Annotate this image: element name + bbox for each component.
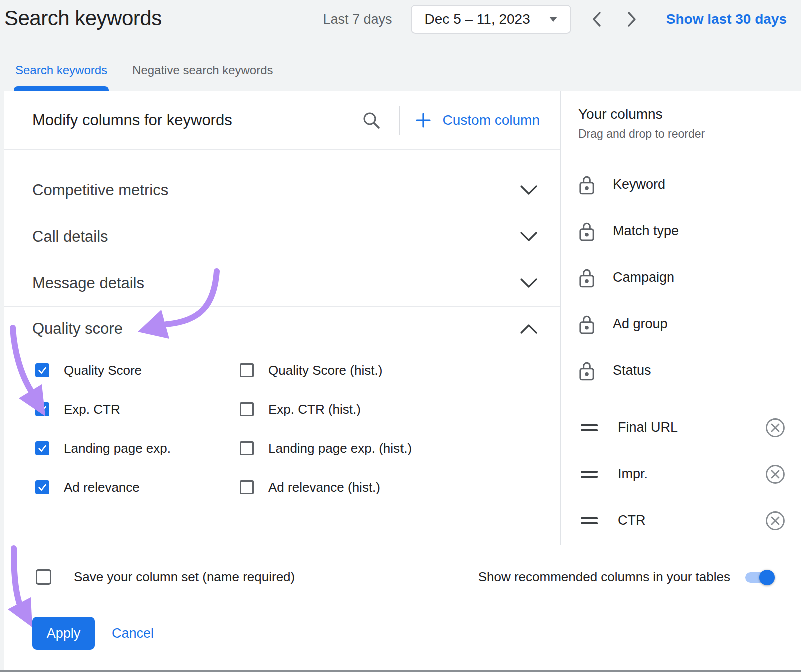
custom-column-button[interactable]: Custom column <box>415 112 540 128</box>
date-range-label: Last 7 days <box>323 12 392 27</box>
locked-column-campaign: Campaign <box>561 254 801 301</box>
tab-negative-search-keywords[interactable]: Negative search keywords <box>132 63 273 91</box>
search-button[interactable] <box>361 110 381 130</box>
caret-down-icon <box>549 17 557 22</box>
checkbox-exp-ctr[interactable] <box>35 402 49 416</box>
recommended-columns-row: Show recommended columns in your tables <box>478 569 773 585</box>
option-exp-ctr[interactable]: Exp. CTR <box>35 390 240 429</box>
check-icon <box>37 403 48 416</box>
option-landing-page-exp[interactable]: Landing page exp. <box>35 429 240 468</box>
draggable-columns-list: Final URL Impr. <box>561 404 801 544</box>
metric-sections: Competitive metrics Call details Message… <box>4 150 560 306</box>
checkbox-ad-relevance-hist[interactable] <box>240 480 254 494</box>
cancel-button[interactable]: Cancel <box>112 626 154 641</box>
remove-circle-icon <box>765 464 786 485</box>
option-exp-ctr-hist[interactable]: Exp. CTR (hist.) <box>240 390 560 429</box>
footer-options-row: Save your column set (name required) Sho… <box>4 545 801 585</box>
drag-handle-icon[interactable] <box>581 424 598 432</box>
quality-score-header[interactable]: Quality score <box>4 307 560 351</box>
check-icon <box>37 364 48 377</box>
header-actions: Custom column <box>361 106 540 135</box>
topbar: Search keywords Last 7 days Dec 5 – 11, … <box>0 0 801 91</box>
modify-columns-header: Modify columns for keywords <box>4 91 560 150</box>
lock-icon <box>578 221 595 242</box>
recommended-columns-label: Show recommended columns in your tables <box>478 569 730 585</box>
locked-columns-list: Keyword Match type Cam <box>561 152 801 404</box>
show-last-30-days-link[interactable]: Show last 30 days <box>666 11 787 27</box>
remove-impr-button[interactable] <box>765 464 786 485</box>
lock-icon <box>578 267 595 288</box>
remove-ctr-button[interactable] <box>765 510 786 531</box>
apply-button[interactable]: Apply <box>32 617 95 650</box>
vertical-divider <box>399 106 400 135</box>
remove-circle-icon <box>765 417 786 438</box>
checkbox-quality-score[interactable] <box>35 363 49 377</box>
search-icon <box>361 110 381 130</box>
checkbox-exp-ctr-hist[interactable] <box>240 402 254 416</box>
lock-icon <box>578 360 595 381</box>
locked-column-keyword: Keyword <box>561 161 801 208</box>
option-ad-relevance[interactable]: Ad relevance <box>35 468 240 507</box>
save-column-set-checkbox[interactable] <box>36 569 51 585</box>
toggle-knob <box>759 570 775 585</box>
section-call-details[interactable]: Call details <box>4 213 560 260</box>
modify-columns-page: Search keywords Last 7 days Dec 5 – 11, … <box>0 0 801 672</box>
lock-icon <box>578 314 595 335</box>
check-icon <box>37 442 48 455</box>
recommended-columns-toggle[interactable] <box>745 570 773 585</box>
footer: Save your column set (name required) Sho… <box>4 545 801 670</box>
option-ad-relevance-hist[interactable]: Ad relevance (hist.) <box>240 468 560 507</box>
chevron-up-icon <box>520 323 538 334</box>
custom-column-label: Custom column <box>442 112 540 128</box>
your-columns-panel: Your columns Drag and drop to reorder Ke… <box>561 91 801 545</box>
your-columns-title: Your columns <box>578 106 791 122</box>
drag-handle-icon[interactable] <box>581 517 598 525</box>
page-title: Search keywords <box>4 6 162 30</box>
lock-icon <box>578 174 595 195</box>
quality-score-options: Quality Score Quality Score (hist.) Exp.… <box>4 351 560 507</box>
chevron-down-icon <box>520 278 538 289</box>
section-competitive-metrics[interactable]: Competitive metrics <box>4 167 560 213</box>
modify-columns-panel: Modify columns for keywords <box>4 91 561 545</box>
date-range-selector[interactable]: Dec 5 – 11, 2023 <box>411 5 571 34</box>
locked-column-match-type: Match type <box>561 208 801 254</box>
chevron-right-icon <box>625 11 638 28</box>
next-period-button[interactable] <box>625 11 638 28</box>
remove-circle-icon <box>765 510 786 531</box>
section-quality-score: Quality score Quality Score <box>4 306 560 532</box>
your-columns-subtitle: Drag and drop to reorder <box>578 127 791 141</box>
footer-buttons: Apply Cancel <box>32 617 154 650</box>
save-column-set[interactable]: Save your column set (name required) <box>36 569 295 585</box>
main-panel: Modify columns for keywords <box>4 91 801 545</box>
locked-column-ad-group: Ad group <box>561 301 801 347</box>
tab-bar: Search keywords Negative search keywords <box>15 63 273 91</box>
option-quality-score[interactable]: Quality Score <box>35 351 240 390</box>
chevron-left-icon <box>590 11 603 28</box>
draggable-column-ctr[interactable]: CTR <box>561 497 801 544</box>
checkbox-quality-score-hist[interactable] <box>240 363 254 377</box>
checkbox-ad-relevance[interactable] <box>35 480 49 494</box>
locked-column-status: Status <box>561 347 801 394</box>
option-landing-page-exp-hist[interactable]: Landing page exp. (hist.) <box>240 429 560 468</box>
draggable-column-final-url[interactable]: Final URL <box>561 404 801 451</box>
section-message-details[interactable]: Message details <box>4 260 560 306</box>
option-quality-score-hist[interactable]: Quality Score (hist.) <box>240 351 560 390</box>
drag-handle-icon[interactable] <box>581 470 598 478</box>
date-controls: Last 7 days Dec 5 – 11, 2023 Show last 3… <box>323 4 787 34</box>
save-column-set-label: Save your column set (name required) <box>74 569 295 585</box>
modify-columns-title: Modify columns for keywords <box>32 111 232 129</box>
plus-icon <box>415 112 431 128</box>
previous-period-button[interactable] <box>590 11 603 28</box>
your-columns-header: Your columns Drag and drop to reorder <box>561 91 801 152</box>
chevron-down-icon <box>520 185 538 196</box>
remove-final-url-button[interactable] <box>765 417 786 438</box>
date-range-value: Dec 5 – 11, 2023 <box>425 11 530 27</box>
checkbox-landing-page-exp-hist[interactable] <box>240 441 254 455</box>
tab-search-keywords[interactable]: Search keywords <box>15 63 107 91</box>
draggable-column-impr[interactable]: Impr. <box>561 451 801 497</box>
chevron-down-icon <box>520 231 538 242</box>
check-icon <box>37 481 48 494</box>
checkbox-landing-page-exp[interactable] <box>35 441 49 455</box>
